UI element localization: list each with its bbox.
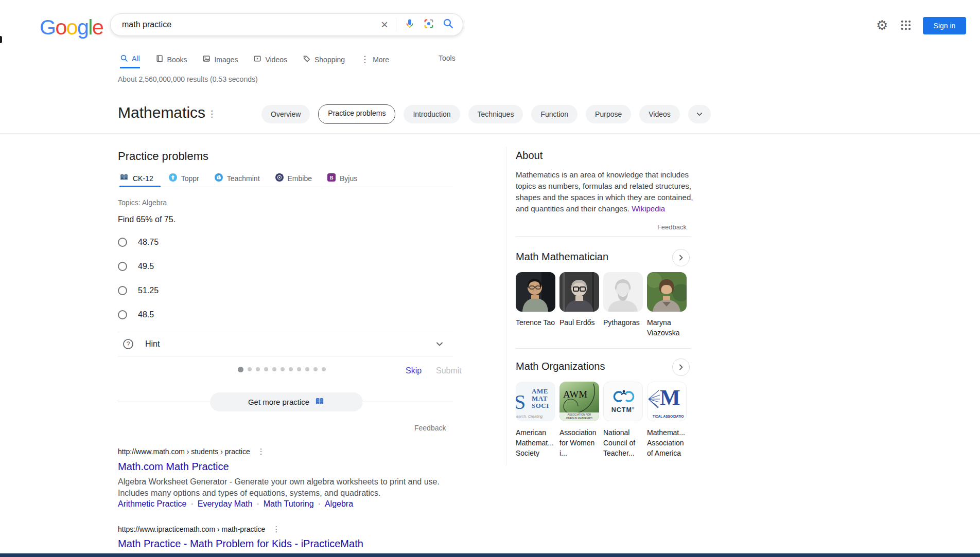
source-tab-byjus[interactable]: B Byjus xyxy=(327,173,357,183)
result-breadcrumb[interactable]: https://www.ipracticemath.com › math-pra… xyxy=(118,525,280,533)
person-name[interactable]: Terence Tao xyxy=(516,317,559,338)
search-box[interactable]: × xyxy=(110,13,463,36)
pagination-dot[interactable] xyxy=(305,367,309,371)
pagination-dot[interactable] xyxy=(289,367,293,371)
result-description-line: Algebra Worksheet Generator - Generate y… xyxy=(118,477,440,487)
chip-practice-problems[interactable]: Practice problems xyxy=(318,104,395,124)
ams-logo[interactable]: S AME MAT SOCI earch. Creating xyxy=(516,382,555,421)
answer-option-2[interactable]: 49.5 xyxy=(118,262,154,271)
answer-option-3[interactable]: 51.25 xyxy=(118,286,159,295)
sitelink[interactable]: Math Tutoring xyxy=(264,499,314,509)
sitelink[interactable]: Everyday Math xyxy=(198,499,253,509)
terence-tao-photo[interactable] xyxy=(516,272,555,312)
get-more-practice-button[interactable]: Get more practice xyxy=(210,392,363,411)
sources-divider xyxy=(118,187,453,187)
clear-icon[interactable]: × xyxy=(381,19,388,30)
organization-name[interactable]: Mathemat... Association of America xyxy=(647,427,691,458)
chip-purpose[interactable]: Purpose xyxy=(586,105,631,123)
search-input[interactable] xyxy=(111,20,381,29)
chip-overview[interactable]: Overview xyxy=(261,105,310,123)
source-tab-ck12[interactable]: CK-12 xyxy=(119,173,153,183)
tab-images[interactable]: Images xyxy=(202,51,238,68)
organization-name[interactable]: American Mathemat... Society xyxy=(516,427,559,458)
tab-shopping[interactable]: Shopping xyxy=(303,51,345,68)
person-name[interactable]: Pythagoras xyxy=(603,317,647,338)
pagination-dot[interactable] xyxy=(281,367,285,371)
paul-erdos-photo[interactable] xyxy=(559,272,599,312)
chip-introduction[interactable]: Introduction xyxy=(404,105,460,123)
option-label: 48.75 xyxy=(138,238,159,247)
result-menu-icon[interactable]: ⋮ xyxy=(272,525,280,533)
pagination-dot[interactable] xyxy=(313,367,318,371)
chip-videos[interactable]: Videos xyxy=(639,105,680,123)
tab-videos[interactable]: Videos xyxy=(253,51,287,68)
knowledge-menu-icon[interactable]: ⋮ xyxy=(207,110,216,118)
result-title-link[interactable]: Math.com Math Practice xyxy=(118,461,229,473)
radio-button[interactable] xyxy=(118,310,127,319)
source-tab-embibe[interactable]: Embibe xyxy=(275,173,312,183)
practice-feedback-link[interactable]: Feedback xyxy=(414,424,446,432)
result-title-link[interactable]: Math Practice - Math Problem for Kids - … xyxy=(118,538,363,550)
tools-button[interactable]: Tools xyxy=(439,54,456,62)
maryna-viazovska-photo[interactable] xyxy=(647,272,687,312)
open-book-icon xyxy=(314,397,325,407)
teachmint-icon xyxy=(215,173,223,183)
person-name[interactable]: Paul Erdős xyxy=(559,317,603,338)
settings-gear-icon[interactable]: ⚙ xyxy=(876,17,888,33)
organization-name[interactable]: Association for Women i... xyxy=(559,427,603,458)
ck12-book-icon xyxy=(119,173,129,183)
pagination-dot[interactable] xyxy=(297,367,301,371)
skip-button[interactable]: Skip xyxy=(406,366,422,375)
result-breadcrumb[interactable]: http://www.math.com › students › practic… xyxy=(118,447,265,456)
chip-function[interactable]: Function xyxy=(531,105,577,123)
lens-camera-icon[interactable] xyxy=(423,18,434,31)
shopping-tag-icon xyxy=(303,55,311,64)
result-menu-icon[interactable]: ⋮ xyxy=(257,447,265,456)
mathematicians-more-button[interactable] xyxy=(672,249,690,266)
pagination-dot[interactable] xyxy=(256,367,260,371)
radio-button[interactable] xyxy=(118,286,127,295)
about-feedback-link[interactable]: Feedback xyxy=(516,223,687,231)
source-label: CK-12 xyxy=(133,174,153,183)
maa-logo[interactable]: M TICAL ASSOCIATIO xyxy=(647,382,687,421)
tab-books[interactable]: Books xyxy=(155,51,187,68)
pagination-dot[interactable] xyxy=(322,367,326,371)
source-tab-teachmint[interactable]: Teachmint xyxy=(215,173,260,183)
answer-option-1[interactable]: 48.75 xyxy=(118,238,159,247)
source-label: Toppr xyxy=(181,174,199,183)
pythagoras-photo[interactable] xyxy=(603,272,643,312)
tab-label: More xyxy=(373,56,389,64)
tab-all[interactable]: All xyxy=(120,50,140,68)
sitelink[interactable]: Algebra xyxy=(325,499,353,509)
radio-button[interactable] xyxy=(118,262,127,271)
person-name[interactable]: Maryna Viazovska xyxy=(647,317,691,338)
source-tab-toppr[interactable]: Toppr xyxy=(169,173,199,183)
option-label: 48.5 xyxy=(138,310,154,319)
pagination-dot[interactable] xyxy=(272,367,276,371)
voice-search-icon[interactable] xyxy=(404,18,415,31)
tab-more[interactable]: ⋮ More xyxy=(360,51,389,68)
wikipedia-link[interactable]: Wikipedia xyxy=(632,204,665,213)
sign-in-button[interactable]: Sign in xyxy=(923,17,966,34)
awm-logo[interactable]: AWM ASSOCIATION FOR OMEN IN MATHEMATI xyxy=(559,382,599,421)
nctm-logo[interactable]: NCTM® xyxy=(603,382,643,421)
pagination-dot-active[interactable] xyxy=(238,367,243,372)
search-submit-icon[interactable] xyxy=(442,17,454,32)
source-label: Embibe xyxy=(288,174,312,183)
hint-expander[interactable]: ? Hint xyxy=(118,332,453,356)
google-logo[interactable]: Google xyxy=(40,15,103,39)
organizations-more-button[interactable] xyxy=(672,358,690,376)
sitelink[interactable]: Arithmetic Practice xyxy=(118,499,186,509)
radio-button[interactable] xyxy=(118,238,127,247)
submit-button[interactable]: Submit xyxy=(436,366,462,375)
breadcrumb-text: https://www.ipracticemath.com › math-pra… xyxy=(118,525,265,533)
google-apps-grid-icon[interactable] xyxy=(900,20,912,33)
question-pagination-dots[interactable] xyxy=(238,366,326,372)
organization-name[interactable]: National Council of Teacher... xyxy=(603,427,647,458)
pagination-dot[interactable] xyxy=(248,367,252,371)
chips-expand-button[interactable] xyxy=(688,105,711,123)
pagination-dot[interactable] xyxy=(264,367,268,371)
answer-option-4[interactable]: 48.5 xyxy=(118,310,154,319)
chip-techniques[interactable]: Techniques xyxy=(468,105,523,123)
practice-sources: CK-12 Toppr Teachmint Embibe B Byjus xyxy=(119,173,357,183)
